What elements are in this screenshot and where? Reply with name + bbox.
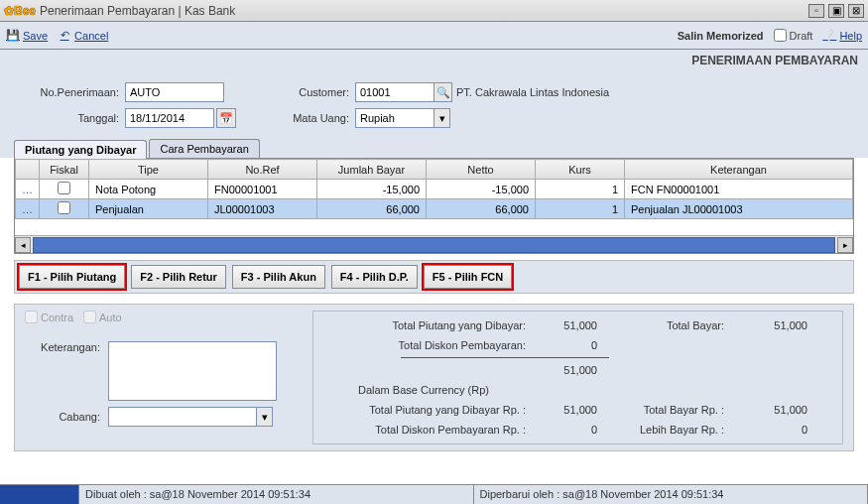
subtotal-value: 51,000 <box>530 364 609 376</box>
customer-label: Customer: <box>276 86 355 98</box>
col-kurs[interactable]: Kurs <box>536 160 625 180</box>
f3-pilih-akun-button[interactable]: F3 - Pilih Akun <box>232 265 325 289</box>
matauang-label: Mata Uang: <box>276 112 355 124</box>
col-handle <box>16 160 40 180</box>
horizontal-scrollbar[interactable]: ◂ ▸ <box>15 235 853 253</box>
fiskal-checkbox[interactable] <box>58 201 70 214</box>
cell-tipe: Nota Potong <box>89 180 208 199</box>
toolbar: 💾 Save ↶ Cancel Salin Memorized Draft ❔ … <box>0 22 868 50</box>
col-fiskal[interactable]: Fiskal <box>40 160 89 180</box>
status-accent <box>0 485 79 504</box>
total-bayar-rp-label: Total Bayar Rp. : <box>609 404 728 416</box>
total-bayar-label: Total Bayar: <box>609 319 728 331</box>
cell-noref: JL00001003 <box>208 199 317 219</box>
status-created: Dibuat oleh : sa@18 November 2014 09:51:… <box>79 485 474 504</box>
col-netto[interactable]: Netto <box>427 160 536 180</box>
col-jumlah[interactable]: Jumlah Bayar <box>317 160 427 180</box>
f5-pilih-fcn-button[interactable]: F5 - Pilih FCN <box>424 265 513 289</box>
tanggal-input[interactable] <box>125 108 214 128</box>
table-row[interactable]: … Nota Potong FN00001001 -15,000 -15,000… <box>16 180 853 199</box>
fiskal-checkbox[interactable] <box>58 182 70 194</box>
scroll-track[interactable] <box>33 237 835 253</box>
grid: Fiskal Tipe No.Ref Jumlah Bayar Netto Ku… <box>14 158 854 254</box>
status-updated: Diperbarui oleh : sa@18 November 2014 09… <box>474 485 869 504</box>
draft-label: Draft <box>790 30 813 42</box>
table-row[interactable]: … Penjualan JL00001003 66,000 66,000 1 P… <box>16 199 853 219</box>
close-icon[interactable]: ⊠ <box>848 4 864 18</box>
save-label: Save <box>23 30 48 42</box>
cell-netto: -15,000 <box>427 180 536 199</box>
chevron-down-icon[interactable]: ▾ <box>434 108 450 128</box>
cell-jumlah: 66,000 <box>317 199 427 219</box>
total-diskon-rp-value: 0 <box>530 424 609 436</box>
no-penerimaan-input[interactable] <box>125 82 224 102</box>
total-bayar-rp-value: 51,000 <box>728 404 807 416</box>
cancel-button[interactable]: ↶ Cancel <box>58 29 108 43</box>
fkey-bar: F1 - Pilih Piutang F2 - Pilih Retur F3 -… <box>14 260 854 294</box>
cell-kurs: 1 <box>536 199 625 219</box>
col-keterangan[interactable]: Keterangan <box>625 160 853 180</box>
save-icon: 💾 <box>6 29 20 43</box>
f1-pilih-piutang-button[interactable]: F1 - Pilih Piutang <box>19 265 125 289</box>
keterangan-label: Keterangan: <box>25 341 104 353</box>
total-diskon-value: 0 <box>530 339 609 351</box>
totals-panel: Contra Auto Keterangan: Cabang: ▾ <box>14 304 854 451</box>
total-piutang-label: Total Piutang yang Dibayar: <box>321 319 530 331</box>
f2-pilih-retur-button[interactable]: F2 - Pilih Retur <box>131 265 226 289</box>
chevron-down-icon[interactable]: ▾ <box>257 407 273 427</box>
tanggal-label: Tanggal: <box>16 112 125 124</box>
total-piutang-rp-label: Total Piutang yang Dibayar Rp. : <box>321 404 530 416</box>
calendar-icon[interactable]: 📅 <box>216 108 236 128</box>
total-bayar-value: 51,000 <box>728 319 807 331</box>
window-title: Penerimaan Pembayaran | Kas Bank <box>40 4 235 18</box>
cell-jumlah: -15,000 <box>317 180 427 199</box>
help-label: Help <box>839 30 862 42</box>
cabang-combo[interactable] <box>108 407 257 427</box>
save-button[interactable]: 💾 Save <box>6 29 48 43</box>
customer-name: PT. Cakrawala Lintas Indonesia <box>456 86 609 98</box>
keterangan-textarea[interactable] <box>108 341 277 401</box>
draft-checkbox[interactable]: Draft <box>774 29 813 42</box>
cell-keterangan: FCN FN00001001 <box>625 180 853 199</box>
total-diskon-rp-label: Total Diskon Pembayaran Rp. : <box>321 424 530 436</box>
bee-logo: ✿Bee <box>4 4 36 18</box>
cancel-label: Cancel <box>74 30 108 42</box>
customer-code-input[interactable] <box>355 82 434 102</box>
maximize-icon[interactable]: ▣ <box>828 4 844 18</box>
matauang-input[interactable] <box>355 108 434 128</box>
search-icon[interactable]: 🔍 <box>434 82 452 102</box>
section-title: PENERIMAAN PEMBAYARAN <box>0 50 868 71</box>
f4-pilih-dp-button[interactable]: F4 - Pilih D.P. <box>331 265 418 289</box>
cabang-label: Cabang: <box>25 411 104 423</box>
total-piutang-rp-value: 51,000 <box>530 404 609 416</box>
cell-noref: FN00001001 <box>208 180 317 199</box>
no-penerimaan-label: No.Penerimaan: <box>16 86 125 98</box>
title-bar: ✿Bee Penerimaan Pembayaran | Kas Bank ▫ … <box>0 0 868 22</box>
tab-strip: Piutang yang Dibayar Cara Pembayaran <box>0 133 868 158</box>
total-piutang-value: 51,000 <box>530 319 609 331</box>
base-currency-label: Dalam Base Currency (Rp) <box>321 384 530 396</box>
contra-checkbox: Contra <box>25 311 73 323</box>
minimize-icon[interactable]: ▫ <box>808 4 824 18</box>
col-noref[interactable]: No.Ref <box>208 160 317 180</box>
row-handle[interactable]: … <box>16 180 40 199</box>
cell-tipe: Penjualan <box>89 199 208 219</box>
cell-netto: 66,000 <box>427 199 536 219</box>
help-button[interactable]: ❔ Help <box>822 29 862 43</box>
scroll-right-icon[interactable]: ▸ <box>837 237 853 253</box>
lebih-bayar-rp-label: Lebih Bayar Rp. : <box>609 424 728 436</box>
cell-keterangan: Penjualan JL00001003 <box>625 199 853 219</box>
cancel-icon: ↶ <box>58 29 71 43</box>
tab-piutang[interactable]: Piutang yang Dibayar <box>14 140 147 159</box>
row-handle[interactable]: … <box>16 199 40 219</box>
salin-memorized-button[interactable]: Salin Memorized <box>678 30 764 42</box>
help-icon: ❔ <box>822 29 836 43</box>
lebih-bayar-rp-value: 0 <box>728 424 807 436</box>
draft-check-input[interactable] <box>774 29 787 42</box>
scroll-left-icon[interactable]: ◂ <box>15 237 31 253</box>
col-tipe[interactable]: Tipe <box>89 160 208 180</box>
cell-kurs: 1 <box>536 180 625 199</box>
tab-cara-pembayaran[interactable]: Cara Pembayaran <box>149 139 259 158</box>
form-panel: No.Penerimaan: Tanggal: 📅 Customer: 🔍 <box>0 71 868 133</box>
auto-checkbox: Auto <box>83 311 122 323</box>
